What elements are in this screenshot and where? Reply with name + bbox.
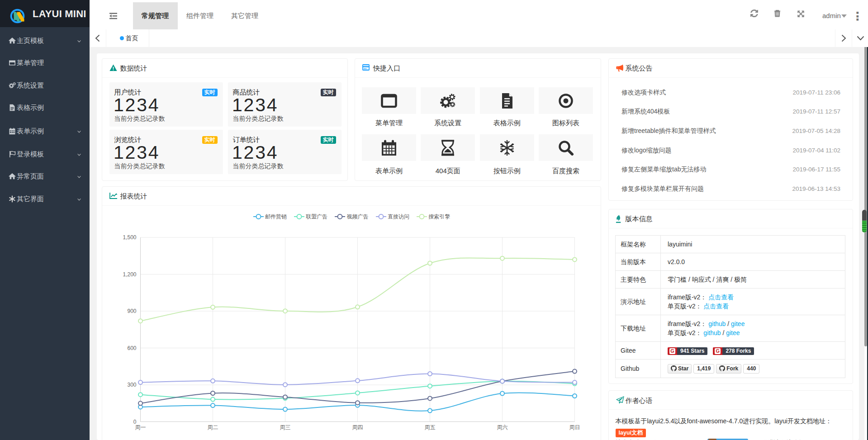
svg-text:1,500: 1,500 [123,234,136,241]
svg-text:600: 600 [127,345,136,351]
svg-text:周五: 周五 [424,424,435,431]
svg-text:周四: 周四 [352,424,363,431]
svg-text:900: 900 [127,308,136,314]
svg-text:周二: 周二 [207,424,218,431]
svg-text:周日: 周日 [569,424,580,431]
svg-text:周六: 周六 [497,424,508,431]
svg-text:1,200: 1,200 [123,271,136,278]
svg-text:周三: 周三 [280,424,290,431]
svg-text:周一: 周一 [135,424,146,431]
svg-text:300: 300 [127,382,136,388]
